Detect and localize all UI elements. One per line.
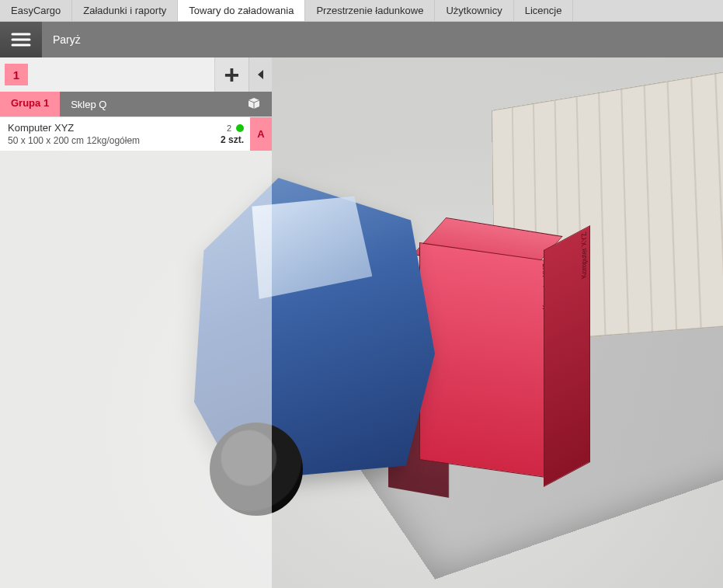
hamburger-icon bbox=[11, 33, 31, 47]
nav-tab-loads[interactable]: Załadunki i raporty bbox=[72, 0, 178, 21]
item-count: 2 bbox=[227, 124, 231, 133]
chevron-left-icon bbox=[257, 69, 265, 80]
route-title[interactable]: Paryż bbox=[42, 22, 723, 57]
groups-blank bbox=[33, 57, 214, 92]
group-count-badge[interactable]: 1 bbox=[5, 64, 28, 85]
collapse-panel-button[interactable] bbox=[249, 57, 272, 92]
nav-tab-goods[interactable]: Towary do załadowania bbox=[178, 0, 305, 21]
group-tabs: Grupa 1 Sklep Q bbox=[0, 92, 272, 117]
group-tab-sklep-q[interactable]: Sklep Q bbox=[60, 92, 272, 117]
item-dimensions: 50 x 100 x 200 cm 12kg/ogółem bbox=[8, 135, 213, 146]
item-name: Komputer XYZ bbox=[8, 122, 213, 134]
workspace: Komputer XYZ Komputer XYZ Komputer XYZ 1… bbox=[0, 57, 723, 588]
cargo-box-side: Komputer XYZ bbox=[544, 225, 590, 487]
hamburger-button[interactable] bbox=[0, 22, 42, 57]
item-quantity: 2 szt. bbox=[221, 134, 244, 145]
side-panel: 1 + Grupa 1 Sklep Q Komputer XYZ 50 x bbox=[0, 57, 272, 588]
add-group-button[interactable]: + bbox=[214, 57, 249, 92]
item-drag-handle[interactable]: A bbox=[250, 117, 272, 151]
titlebar: Paryż bbox=[0, 22, 723, 57]
status-dot-icon bbox=[236, 124, 244, 132]
item-meta: 2 2 szt. bbox=[221, 117, 250, 151]
top-nav: EasyCargo Załadunki i raporty Towary do … bbox=[0, 0, 723, 22]
group-tab-1[interactable]: Grupa 1 bbox=[0, 92, 60, 117]
svg-marker-3 bbox=[258, 70, 263, 79]
nav-tab-spaces[interactable]: Przestrzenie ładunkowe bbox=[305, 0, 435, 21]
cargo-label: Komputer XYZ bbox=[580, 231, 588, 280]
item-main: Komputer XYZ 50 x 100 x 200 cm 12kg/ogół… bbox=[0, 117, 221, 151]
nav-tab-easycargo[interactable]: EasyCargo bbox=[0, 0, 72, 21]
cargo-box-front[interactable]: Komputer XYZ bbox=[419, 242, 551, 478]
groups-row: 1 + bbox=[0, 57, 272, 92]
group-tab-label: Sklep Q bbox=[71, 99, 106, 110]
nav-tab-licenses[interactable]: Licencje bbox=[514, 0, 574, 21]
package-icon bbox=[247, 97, 261, 112]
cargo-item-row[interactable]: Komputer XYZ 50 x 100 x 200 cm 12kg/ogół… bbox=[0, 117, 272, 151]
plus-icon: + bbox=[224, 60, 240, 90]
nav-tab-users[interactable]: Użytkownicy bbox=[435, 0, 513, 21]
